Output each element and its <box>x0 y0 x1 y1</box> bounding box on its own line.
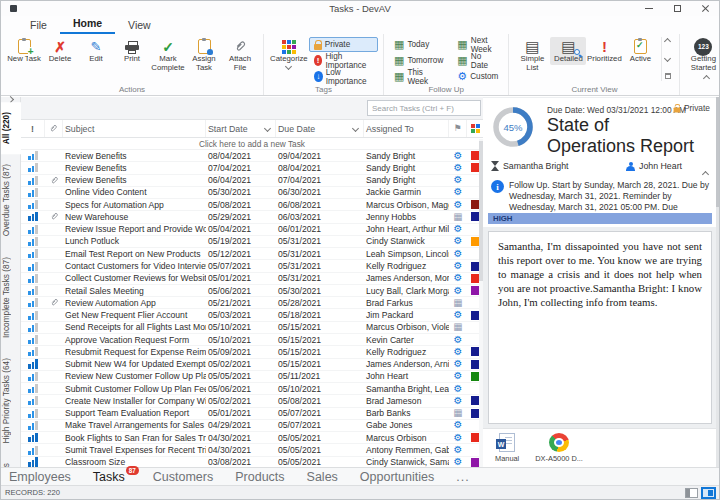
add-new-task-row[interactable]: Click here to add a new Task <box>21 138 483 150</box>
high-importance-button[interactable]: ! High Importance <box>309 53 378 68</box>
tab-employees[interactable]: Employees <box>9 470 71 484</box>
sidebar-item-high-priority-tasks[interactable]: High Priority Tasks (64) <box>1 348 21 454</box>
tab-opportunities[interactable]: Opportunities <box>360 470 434 484</box>
task-due-date: 08/04/2021 <box>276 162 364 173</box>
sidebar-item-all[interactable]: All (220) <box>1 102 21 154</box>
task-due-date: 05/05/2021 <box>276 444 364 455</box>
column-attachment[interactable] <box>45 120 63 137</box>
column-subject[interactable]: Subject <box>63 120 206 137</box>
attachment-manual[interactable]: Manual <box>495 433 519 463</box>
hourglass-icon <box>491 161 499 171</box>
column-assigned-to[interactable]: Assigned To <box>364 120 449 137</box>
grid-header: ! Subject Start Date Due Date Assigned T… <box>21 120 483 138</box>
priority-icon <box>28 188 37 197</box>
sidebar-item-incomplete-tasks[interactable]: Incomplete Tasks (87) <box>1 247 21 348</box>
panel-scrollbar[interactable] <box>716 97 719 467</box>
prioritized-button[interactable]: ! Prioritized <box>586 37 622 65</box>
table-row[interactable]: Review New Customer Follow Up Plan05/05/… <box>21 371 483 383</box>
tab-tasks[interactable]: Tasks 87 <box>93 470 125 484</box>
tab-view[interactable]: View <box>115 17 164 34</box>
more-tabs-button[interactable]: ... <box>456 470 469 484</box>
gallery-down-button[interactable] <box>664 55 671 62</box>
gallery-expand-button[interactable] <box>665 73 671 79</box>
attach-file-button[interactable]: Attach File <box>222 37 258 73</box>
private-button[interactable]: Private <box>309 37 378 52</box>
table-row[interactable]: Specs for Automation App05/08/202106/08/… <box>21 199 483 211</box>
ribbon-group-followup: ▦Today ▦Tomorrow ▦This Week ▦Next Week ▦… <box>384 34 509 95</box>
table-row[interactable]: Submit New W4 for Updated Exemptions05/0… <box>21 359 483 371</box>
table-row[interactable]: Contact Customers for Video Interviews05… <box>21 260 483 272</box>
column-importance[interactable]: ! <box>21 120 45 137</box>
print-button[interactable]: Print <box>114 37 150 65</box>
gallery-up-button[interactable] <box>664 38 671 45</box>
getting-started-button[interactable]: 123 Getting Started <box>685 37 720 73</box>
sidebar-item-overdue-tasks[interactable]: Overdue Tasks (87) <box>1 154 21 246</box>
simple-list-button[interactable]: ▤ Simple List <box>514 37 550 73</box>
today-button[interactable]: ▦Today <box>389 37 448 52</box>
column-due-date[interactable]: Due Date <box>276 120 364 137</box>
close-button[interactable] <box>691 1 719 16</box>
attachment-label: DX-A5000 D... <box>535 454 583 463</box>
reminder-gear-icon: ⚙ <box>454 371 463 381</box>
table-row[interactable]: Get New Frequent Flier Account05/03/2021… <box>21 309 483 321</box>
table-row[interactable]: Collect Customer Reviews for Website05/0… <box>21 273 483 285</box>
mark-complete-button[interactable]: ✓ Mark Complete <box>150 37 186 73</box>
next-week-button[interactable]: ▦Next Week <box>452 37 503 52</box>
tab-sales[interactable]: Sales <box>307 470 338 484</box>
column-category[interactable] <box>467 120 483 137</box>
table-row[interactable]: Classroom Size03/08/202105/05/2021Cindy … <box>21 457 483 467</box>
table-row[interactable]: Review Benefits08/04/202109/04/2021Sandy… <box>21 150 483 162</box>
table-row[interactable]: Lunch Potluck05/19/202105/31/2021Cindy S… <box>21 236 483 248</box>
table-row[interactable]: Review Automation App05/21/202105/28/202… <box>21 297 483 309</box>
detailed-button[interactable]: ▤ Detailed <box>550 37 586 65</box>
scrollbar-thumb[interactable] <box>716 97 719 207</box>
this-week-button[interactable]: ▦This Week <box>389 69 448 84</box>
custom-button[interactable]: ⚙Custom <box>452 69 503 84</box>
table-row[interactable]: Review Issue Report and Provide Workarou… <box>21 224 483 236</box>
table-row[interactable]: Retail Sales Meeting05/06/202105/30/2021… <box>21 285 483 297</box>
no-date-button[interactable]: ▦No Date <box>452 53 503 68</box>
reminder-gear-icon: ⚙ <box>454 359 463 369</box>
table-row[interactable]: Approve Vacation Request Form05/10/20210… <box>21 334 483 346</box>
task-description[interactable]: Samantha, I'm dissapointed you have not … <box>488 231 712 424</box>
low-importance-button[interactable]: ↓ Low Importance <box>309 69 378 84</box>
detail-collapse-button[interactable] <box>702 171 709 178</box>
table-row[interactable]: Sumit Travel Expenses for Recent Trip04/… <box>21 444 483 456</box>
edit-button[interactable]: ✎ Edit <box>78 37 114 65</box>
delete-button[interactable]: ✗ Delete <box>42 37 78 65</box>
maximize-button[interactable] <box>663 1 691 16</box>
tab-file[interactable]: File <box>17 17 60 34</box>
layout-right-pane-button[interactable] <box>702 488 715 498</box>
table-row[interactable]: Online Video Content05/30/202106/30/2021… <box>21 187 483 199</box>
table-row[interactable]: Review Benefits07/04/202108/04/2021Sandy… <box>21 162 483 174</box>
title-bar: Tasks - DevAV <box>1 1 719 16</box>
table-row[interactable]: Support Team Evaluation Report05/01/2021… <box>21 408 483 420</box>
table-row[interactable]: Submit Customer Follow Up Plan Feedback0… <box>21 383 483 395</box>
table-row[interactable]: Make Travel Arrangements for Sales Trip … <box>21 420 483 432</box>
column-start-date[interactable]: Start Date <box>206 120 276 137</box>
table-row[interactable]: Email Test Report on New Products05/12/2… <box>21 248 483 260</box>
assign-task-button[interactable]: Assign Task <box>186 37 222 73</box>
table-row[interactable]: Send Receipts for all Flights Last Month… <box>21 322 483 334</box>
active-button[interactable]: ✓ Active <box>622 37 658 65</box>
tab-home[interactable]: Home <box>60 15 115 34</box>
ribbon-group-devexpress: 123 Getting Started Get Free Support $ B… <box>680 34 720 95</box>
table-row[interactable]: New Warehouse05/29/202106/03/2021Jenny H… <box>21 211 483 223</box>
column-flag[interactable]: ⚑ <box>449 120 467 137</box>
minimize-button[interactable] <box>635 1 663 16</box>
attachment-dx-a5000[interactable]: DX-A5000 D... <box>535 433 583 463</box>
table-row[interactable]: Resubmit Request for Expense Reimburseme… <box>21 346 483 358</box>
search-input[interactable] <box>367 100 481 116</box>
task-subject: Review New Customer Follow Up Plan <box>63 371 206 382</box>
table-row[interactable]: Create New Installer for Company Wide Ap… <box>21 395 483 407</box>
tab-products[interactable]: Products <box>235 470 284 484</box>
reminder-gear-icon: ⚙ <box>454 347 463 357</box>
table-row[interactable]: Book Flights to San Fran for Sales Trip0… <box>21 432 483 444</box>
new-task-button[interactable]: + New Task <box>6 37 42 65</box>
high-importance-icon: ! <box>314 55 323 66</box>
tab-customers[interactable]: Customers <box>153 470 213 484</box>
categorize-button[interactable]: Categorize <box>269 37 309 70</box>
tomorrow-button[interactable]: ▦Tomorrow <box>389 53 448 68</box>
table-row[interactable]: Review Benefits06/04/202107/04/2021Sandy… <box>21 175 483 187</box>
layout-left-pane-button[interactable] <box>685 488 698 498</box>
